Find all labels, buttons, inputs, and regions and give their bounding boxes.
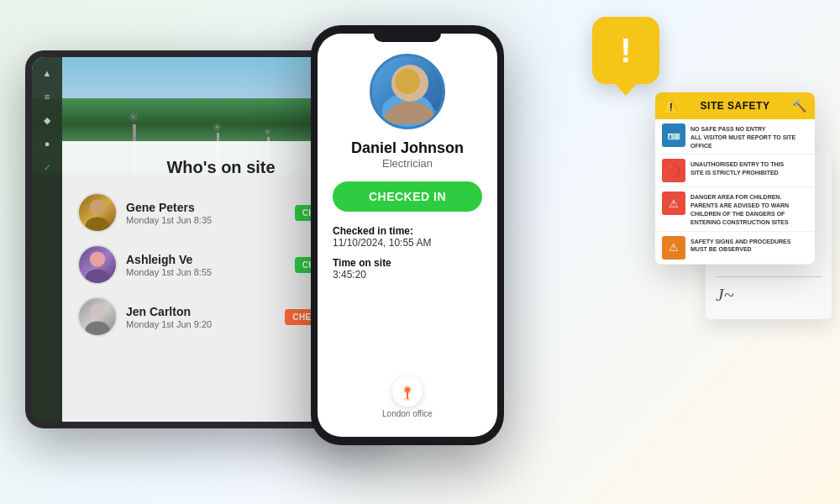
alert-icon: !	[620, 34, 631, 67]
phone: Daniel Johnson Electrician CHECKED IN Ch…	[311, 25, 504, 445]
safety-row-3: ⚠ DANGER AREA FOR CHILDREN. PARENTS ARE …	[655, 187, 815, 231]
svg-point-2	[90, 251, 105, 266]
visitor-time-3: Monday 1st Jun 9:20	[126, 319, 276, 329]
visitor-info-2: Ashleigh Ve Monday 1st Jun 8:55	[126, 253, 286, 277]
sidebar-icon-home[interactable]: ▲	[38, 64, 56, 82]
safety-card: ⚠️ SITE SAFETY 🔨 🪪 NO SAFE PASS NO ENTRY…	[655, 92, 815, 265]
phone-avatar	[370, 54, 445, 129]
safety-text-1: NO SAFE PASS NO ENTRYALL VISITOR MUST RE…	[690, 123, 808, 150]
safety-text-4: SAFETY SIGNS AND PROCEDURESMUST BE OBSER…	[690, 236, 790, 255]
safety-row-2: 🚫 UNAUTHORISED ENTRY TO THISSITE IS STRI…	[655, 155, 815, 187]
phone-person-role: Electrician	[382, 157, 433, 170]
time-on-site-value: 3:45:20	[333, 269, 366, 281]
visitor-name-1: Gene Peters	[126, 201, 286, 214]
safety-header: ⚠️ SITE SAFETY 🔨	[655, 92, 815, 119]
phone-screen: Daniel Johnson Electrician CHECKED IN Ch…	[318, 34, 497, 437]
signature: J~	[716, 276, 822, 306]
svg-point-1	[85, 218, 109, 234]
visitor-avatar-3	[77, 297, 118, 337]
visitor-avatar-2	[77, 244, 118, 285]
sidebar-icon-check[interactable]: ✓	[38, 158, 56, 176]
safety-title: SITE SAFETY	[701, 100, 770, 112]
visitor-name-3: Jen Carlton	[126, 305, 276, 318]
visitor-time-1: Monday 1st Jun 8:35	[126, 215, 286, 225]
visitor-avatar-1	[77, 192, 118, 233]
safety-icon-2: 🚫	[662, 159, 685, 182]
time-on-site-label: Time on site	[333, 257, 391, 269]
checkin-time-value: 11/10/2024, 10:55 AM	[333, 237, 431, 249]
sidebar-icon-diamond[interactable]: ◆	[38, 111, 56, 129]
phone-content: Daniel Johnson Electrician CHECKED IN Ch…	[318, 42, 497, 437]
svg-point-10	[404, 397, 411, 401]
svg-point-0	[90, 199, 105, 214]
svg-point-4	[90, 303, 105, 318]
safety-text-2: UNAUTHORISED ENTRY TO THISSITE IS STRICT…	[690, 159, 784, 177]
svg-point-7	[391, 65, 428, 102]
safety-row-1: 🪪 NO SAFE PASS NO ENTRYALL VISITOR MUST …	[655, 119, 815, 155]
checked-in-button[interactable]: CHECKED IN	[333, 181, 482, 212]
sidebar-icon-user[interactable]: ●	[38, 134, 56, 153]
sidebar-icon-list[interactable]: ≡	[38, 87, 56, 106]
safety-icon-3: ⚠	[662, 192, 685, 215]
visitor-info-3: Jen Carlton Monday 1st Jun 9:20	[126, 305, 276, 329]
phone-bottom: London office	[382, 376, 433, 425]
svg-point-5	[85, 322, 109, 338]
visitor-time-2: Monday 1st Jun 8:55	[126, 267, 286, 277]
alert-bubble: !	[592, 17, 659, 84]
phone-notch	[374, 34, 441, 42]
safety-icon-4: ⚠	[662, 236, 685, 260]
svg-point-3	[85, 270, 109, 286]
location-label: London office	[382, 409, 433, 418]
safety-text-3: DANGER AREA FOR CHILDREN. PARENTS ARE AD…	[690, 192, 808, 226]
visitor-name-2: Ashleigh Ve	[126, 253, 286, 266]
phone-person-name: Daniel Johnson	[351, 139, 464, 157]
safety-icon-1: 🪪	[662, 123, 685, 147]
location-icon	[392, 376, 423, 407]
safety-warning-left-icon: ⚠️	[664, 99, 678, 113]
safety-row-4: ⚠ SAFETY SIGNS AND PROCEDURESMUST BE OBS…	[655, 232, 815, 265]
checkin-time-label: Checked in time:	[333, 225, 413, 237]
tablet-sidebar: ▲ ≡ ◆ ● ✓	[32, 57, 62, 422]
visitor-info-1: Gene Peters Monday 1st Jun 8:35	[126, 201, 286, 225]
safety-warning-right-icon: 🔨	[792, 99, 806, 113]
